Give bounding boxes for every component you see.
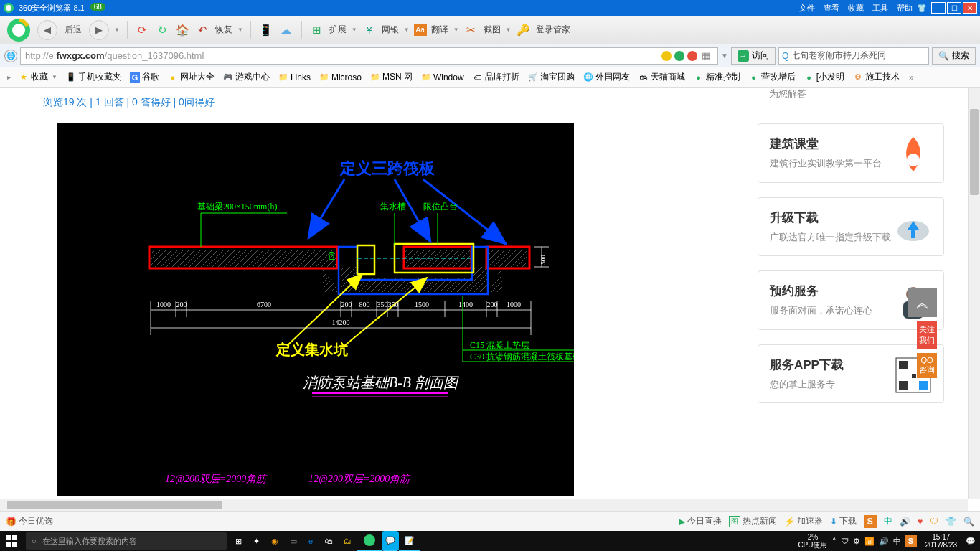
svg-point-68	[907, 154, 920, 166]
flame-icon	[893, 134, 933, 174]
taskbar-app[interactable]: ▭	[284, 531, 303, 551]
status-sound[interactable]: 🔊	[900, 517, 910, 527]
nav-back-button[interactable]: ◀	[37, 20, 57, 40]
skin-icon[interactable]: 👕	[917, 4, 930, 13]
bookmark-overflow[interactable]: »	[905, 72, 918, 83]
tray-safe-icon[interactable]: 🛡	[841, 537, 849, 545]
bookmark-item[interactable]: ●[小发明	[801, 70, 848, 85]
search-input[interactable]: Q 七旬老翁闹市持刀杀死同	[778, 47, 929, 65]
visit-button[interactable]: → 访问	[731, 47, 776, 65]
tray-wifi-icon[interactable]: 📶	[864, 537, 875, 546]
tray-volume-icon[interactable]: 🔊	[879, 537, 889, 546]
bookmark-item[interactable]: 🛒淘宝团购	[524, 70, 578, 85]
taskbar-360[interactable]	[357, 531, 382, 551]
bookmark-item[interactable]: 📁Links	[275, 71, 314, 84]
search-button[interactable]: 🔍 搜索	[932, 47, 976, 65]
menu-help[interactable]: 帮助	[892, 3, 917, 14]
status-zoom[interactable]: 🔍	[963, 517, 974, 527]
url-host: fwxgx.com	[56, 50, 104, 61]
hot-news[interactable]: 图热点新闻	[729, 515, 777, 527]
bookmark-item[interactable]: ⚙施工技术	[849, 70, 903, 85]
status-shield[interactable]: 🛡	[930, 517, 938, 527]
bookmark-item[interactable]: 📁MSN 网	[367, 70, 416, 85]
bookmark-item[interactable]: 📱手机收藏夹	[62, 70, 125, 85]
bank-icon[interactable]: ¥	[362, 22, 377, 38]
vertical-scrollbar[interactable]	[968, 88, 980, 499]
live-today[interactable]: ▶今日直播	[679, 515, 722, 527]
bookmark-item[interactable]: G谷歌	[126, 70, 163, 85]
ime-indicator[interactable]: S	[864, 515, 877, 528]
bookmark-item[interactable]: 📁Window	[418, 71, 468, 84]
taskbar-notes[interactable]: 📝	[399, 531, 420, 551]
bookmark-item[interactable]: 🛍天猫商城	[635, 70, 689, 85]
bookmark-item[interactable]: 🎮游戏中心	[220, 70, 273, 85]
download-mgr[interactable]: ⬇下载	[830, 515, 857, 527]
screenshot-icon[interactable]: ✂	[463, 22, 479, 38]
bookmark-item[interactable]: ●网址大全	[164, 70, 218, 85]
site-badge-icon	[661, 51, 672, 61]
restore-icon[interactable]: ↶	[195, 22, 211, 38]
nav-history-dropdown[interactable]: ▼	[114, 27, 120, 33]
cloud-upload-icon	[893, 208, 933, 248]
url-input[interactable]: http://e.fwxgx.com/question_1637096.html…	[20, 47, 718, 65]
nav-forward-button[interactable]: ▶	[89, 20, 109, 40]
translate-icon[interactable]: Aa	[414, 24, 427, 36]
tray-sogou-icon[interactable]: S	[905, 535, 917, 547]
menu-favorites[interactable]: 收藏	[844, 3, 868, 14]
sidebar-card-upgrade[interactable]: 升级下载 广联达官方唯一指定升级下载	[758, 197, 944, 257]
cloud-icon[interactable]: ☁	[278, 22, 294, 38]
bookmark-item[interactable]: 📁Microso	[316, 71, 365, 84]
bookmark-item[interactable]: 🏷品牌打折	[469, 70, 523, 85]
bookmark-item[interactable]: ●精准控制	[690, 70, 744, 85]
cpu-meter[interactable]: 2%CPU使用	[798, 533, 827, 549]
svg-rect-81	[12, 542, 17, 547]
sidebar-card-course[interactable]: 建筑课堂 建筑行业实训教学第一平台	[758, 123, 944, 183]
extensions-icon[interactable]: ⊞	[309, 22, 325, 38]
follow-us-tag[interactable]: 关注我们	[917, 321, 937, 349]
taskbar-app[interactable]: ✦	[248, 531, 265, 551]
horizontal-scrollbar[interactable]	[0, 499, 968, 511]
window-maximize[interactable]: ☐	[947, 2, 961, 14]
taskbar-clock[interactable]: 15:172017/8/23	[921, 533, 962, 549]
window-minimize[interactable]: —	[931, 2, 946, 14]
taskbar-search[interactable]: ○ 在这里输入你要搜索的内容	[26, 532, 227, 550]
login-icon[interactable]: 🔑	[516, 22, 532, 38]
taskbar-app[interactable]: ◉	[265, 531, 284, 551]
home-icon[interactable]: ⟳	[135, 22, 151, 38]
taskbar-explorer[interactable]: 🗂	[338, 531, 357, 551]
taskbar-qq[interactable]: 💬	[382, 531, 399, 551]
window-close[interactable]: ✕	[963, 2, 977, 14]
start-button[interactable]	[0, 531, 23, 551]
mobile-icon[interactable]: 📱	[258, 22, 274, 38]
bookmark-menu-icon[interactable]: ▸	[4, 73, 14, 81]
accelerator[interactable]: ⚡加速器	[784, 515, 823, 527]
qq-consult-tag[interactable]: QQ咨询	[917, 353, 937, 378]
svg-rect-73	[899, 361, 908, 369]
action-center-icon[interactable]: 💬	[966, 537, 976, 546]
task-view[interactable]: ⊞	[230, 531, 248, 551]
qrcode-icon[interactable]: ▦	[699, 50, 713, 61]
scroll-top-button[interactable]: ︽	[908, 288, 937, 317]
taskbar-edge[interactable]: e	[303, 531, 319, 551]
bookmark-item[interactable]: 🌐外国网友	[580, 70, 633, 85]
taskbar-store[interactable]: 🛍	[319, 531, 338, 551]
tray-up-icon[interactable]: ˄	[832, 537, 837, 546]
menu-tools[interactable]: 工具	[868, 3, 892, 14]
menu-file[interactable]: 文件	[795, 3, 819, 14]
status-hanger[interactable]: 👕	[946, 517, 956, 527]
taskbar-search-hint: 在这里输入你要搜索的内容	[42, 536, 137, 547]
tray-network-icon[interactable]: ⚙	[853, 537, 860, 546]
tray-ime-icon[interactable]: 中	[893, 536, 901, 547]
sidebar-card-app[interactable]: 服务APP下载 您的掌上服务专	[758, 344, 944, 404]
bookmark-item[interactable]: ●营改增后	[745, 70, 799, 85]
browser-logo-icon[interactable]	[4, 16, 33, 44]
refresh-icon[interactable]: ↻	[155, 22, 171, 38]
status-ime[interactable]: 中	[884, 515, 892, 527]
menu-view[interactable]: 查看	[819, 3, 844, 14]
url-scheme: http://e.	[25, 50, 56, 61]
url-dropdown[interactable]: ▼	[721, 52, 728, 60]
today-picks[interactable]: 🎁今日优选	[6, 515, 53, 527]
home2-icon[interactable]: 🏠	[175, 22, 191, 38]
favorites-menu[interactable]: ★收藏▼	[15, 70, 61, 85]
status-heart[interactable]: ♥	[918, 517, 923, 527]
